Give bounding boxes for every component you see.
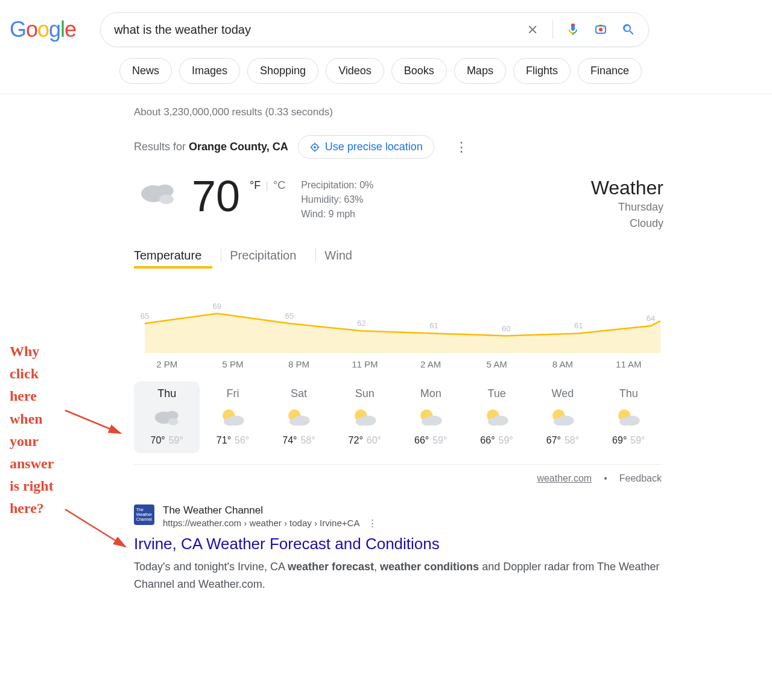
temperature-chart[interactable]: 6569656261606164 [134, 287, 662, 353]
voice-search-icon[interactable] [565, 22, 581, 37]
tab-separator [221, 249, 221, 262]
day-low: 60° [367, 435, 381, 445]
tab-finance[interactable]: Finance [578, 58, 642, 84]
unit-fahrenheit[interactable]: °F [250, 179, 261, 192]
google-logo[interactable]: Google [10, 17, 76, 42]
tab-images[interactable]: Images [179, 58, 240, 84]
hour-label: 2 AM [398, 359, 464, 369]
tab-temperature[interactable]: Temperature [134, 245, 212, 269]
result-description: Today's and tonight's Irvine, CA weather… [134, 558, 662, 593]
divider [552, 21, 553, 39]
svg-point-40 [619, 418, 631, 426]
forecast-day-tue[interactable]: Tue66°59° [464, 381, 530, 453]
partly-icon [332, 405, 397, 430]
weather-source-link[interactable]: weather.com [537, 473, 592, 484]
tab-news[interactable]: News [119, 58, 172, 84]
day-high: 66° [414, 435, 429, 445]
weather-day: Thursday [591, 199, 663, 215]
hour-label: 8 AM [530, 359, 595, 369]
partly-icon [596, 405, 662, 430]
more-options-icon[interactable]: ⋮ [455, 139, 468, 155]
svg-text:65: 65 [141, 311, 149, 320]
day-name: Fri [200, 387, 265, 400]
tab-flights[interactable]: Flights [513, 58, 571, 84]
result-stats: About 3,230,000,000 results (0.33 second… [134, 106, 663, 118]
tab-wind[interactable]: Wind [324, 245, 363, 269]
day-name: Thu [596, 387, 662, 400]
use-precise-location-button[interactable]: Use precise location [298, 135, 434, 159]
svg-rect-3 [599, 25, 603, 27]
svg-text:64: 64 [647, 314, 655, 323]
day-high: 67° [546, 435, 561, 445]
partly-icon [398, 405, 464, 430]
annotation-text: Why click here when your answer is right… [10, 340, 54, 520]
tab-books[interactable]: Books [391, 58, 447, 84]
day-name: Wed [530, 387, 595, 400]
svg-point-37 [554, 418, 566, 426]
day-low: 58° [565, 435, 579, 445]
day-name: Tue [464, 387, 530, 400]
tab-shopping[interactable]: Shopping [247, 58, 318, 84]
svg-text:65: 65 [285, 311, 293, 320]
wind-text: Wind: 9 mph [301, 207, 373, 221]
hour-label: 5 AM [464, 359, 530, 369]
svg-point-19 [168, 418, 178, 425]
day-low: 56° [235, 435, 249, 445]
svg-point-1 [599, 28, 603, 31]
day-high: 66° [480, 435, 495, 445]
day-high: 71° [217, 435, 231, 445]
location-text: Results for Orange County, CA [134, 141, 288, 153]
tab-videos[interactable]: Videos [326, 58, 384, 84]
tab-separator [315, 249, 316, 262]
result-favicon: TheWeatherChannel [134, 504, 154, 525]
forecast-day-sat[interactable]: Sat74°58° [266, 381, 332, 453]
current-temp: 70 [192, 177, 240, 216]
cloud-icon [134, 177, 182, 213]
day-high: 72° [349, 435, 363, 445]
day-name: Mon [398, 387, 464, 400]
weather-title: Weather [591, 177, 663, 199]
search-icon[interactable] [621, 22, 636, 37]
partly-icon [464, 405, 530, 430]
svg-point-8 [159, 194, 173, 204]
tab-precipitation[interactable]: Precipitation [230, 245, 307, 269]
precise-location-label: Use precise location [325, 141, 423, 153]
partly-icon [530, 405, 595, 430]
result-title[interactable]: Irvine, CA Weather Forecast and Conditio… [134, 535, 662, 553]
forecast-day-sun[interactable]: Sun72°60° [332, 381, 397, 453]
partly-icon [200, 405, 265, 430]
day-name: Thu [134, 387, 200, 400]
search-tabs: NewsImagesShoppingVideosBooksMapsFlights… [0, 47, 772, 94]
day-high: 70° [150, 435, 165, 445]
day-name: Sun [332, 387, 397, 400]
result-more-icon[interactable]: ⋮ [368, 518, 377, 528]
partly-icon [266, 405, 332, 430]
forecast-day-thu[interactable]: Thu70°59° [134, 381, 200, 453]
footer-separator: • [604, 473, 607, 484]
humidity-text: Humidity: 63% [301, 192, 373, 207]
svg-text:69: 69 [213, 302, 221, 311]
search-bar[interactable] [100, 12, 649, 47]
forecast-days: Thu70°59°Fri71°56°Sat74°58°Sun72°60°Mon6… [134, 381, 662, 453]
forecast-day-fri[interactable]: Fri71°56° [200, 381, 265, 453]
day-name: Sat [266, 387, 332, 400]
feedback-link[interactable]: Feedback [619, 473, 662, 484]
lens-search-icon[interactable] [593, 22, 609, 37]
svg-point-25 [290, 418, 302, 426]
tab-maps[interactable]: Maps [454, 58, 506, 84]
cloudy-icon [134, 405, 200, 430]
clear-icon[interactable] [525, 22, 540, 37]
weather-condition: Cloudy [591, 215, 663, 232]
svg-point-31 [422, 418, 434, 426]
unit-celsius[interactable]: °C [273, 179, 285, 192]
forecast-day-mon[interactable]: Mon66°59° [398, 381, 464, 453]
svg-text:60: 60 [502, 324, 510, 333]
svg-text:62: 62 [357, 319, 365, 328]
day-low: 59° [630, 435, 645, 445]
forecast-day-wed[interactable]: Wed67°58° [530, 381, 595, 453]
precipitation-text: Precipitation: 0% [301, 178, 373, 192]
forecast-day-thu[interactable]: Thu69°59° [596, 381, 662, 453]
day-low: 58° [300, 435, 315, 445]
svg-text:61: 61 [574, 321, 583, 330]
search-input[interactable] [113, 22, 513, 37]
